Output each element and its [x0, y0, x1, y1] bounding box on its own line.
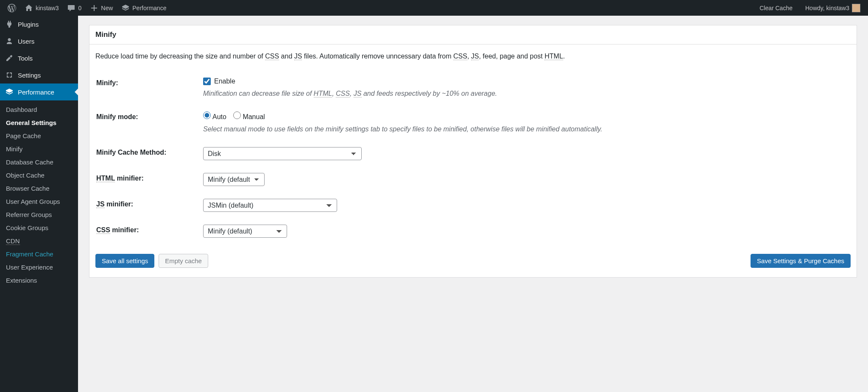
js-minifier-label: JS minifier:: [96, 193, 202, 218]
minify-panel: Minify Reduce load time by decreasing th…: [89, 25, 857, 278]
performance-icon: [5, 88, 14, 96]
mode-desc: Select manual mode to use fields on the …: [203, 124, 850, 134]
panel-title: Minify: [89, 25, 857, 44]
minify-enable-checkbox[interactable]: [203, 78, 211, 85]
plugins-icon: [5, 20, 14, 28]
performance-toolbar-label: Performance: [132, 5, 166, 11]
js-minifier-select[interactable]: JSMin (default): [203, 199, 337, 212]
menu-users[interactable]: Users: [0, 33, 78, 50]
submenu-minify[interactable]: Minify: [0, 142, 78, 156]
mode-manual-radio[interactable]: [233, 111, 241, 119]
account-link[interactable]: Howdy, kinstaw3: [803, 4, 863, 12]
avatar: [852, 4, 860, 12]
submenu-general-settings[interactable]: General Settings: [0, 116, 78, 129]
menu-settings[interactable]: Settings: [0, 67, 78, 83]
minify-label: Minify:: [96, 72, 202, 105]
performance-toolbar-link[interactable]: Performance: [119, 4, 169, 12]
admin-bar: kinstaw3 0 New Performance Clear Cache H…: [0, 0, 868, 16]
cache-method-select[interactable]: Disk: [203, 147, 362, 160]
comments-link[interactable]: 0: [64, 4, 84, 12]
submenu-page-cache[interactable]: Page Cache: [0, 129, 78, 142]
tools-icon: [5, 54, 14, 62]
plus-icon: [90, 4, 98, 12]
submenu-browser-cache[interactable]: Browser Cache: [0, 182, 78, 195]
action-buttons: Save all settings Empty cache Save Setti…: [95, 254, 851, 268]
menu-performance[interactable]: Performance: [0, 83, 78, 100]
submenu-fragment-cache[interactable]: Fragment Cache: [0, 247, 78, 261]
content-area: Minify Reduce load time by decreasing th…: [78, 16, 868, 287]
minify-enable-label[interactable]: Enable: [203, 78, 850, 85]
admin-sidebar: Plugins Users Tools Settings Performance…: [0, 16, 78, 287]
comment-icon: [67, 4, 75, 12]
users-icon: [5, 37, 14, 45]
comments-count: 0: [78, 5, 81, 11]
submenu-object-cache[interactable]: Object Cache: [0, 169, 78, 182]
site-name: kinstaw3: [36, 5, 59, 11]
save-all-button[interactable]: Save all settings: [95, 254, 154, 268]
html-minifier-label: HTML minifier:: [96, 167, 202, 192]
site-name-link[interactable]: kinstaw3: [22, 4, 61, 12]
settings-icon: [5, 71, 14, 79]
new-label: New: [101, 5, 113, 11]
submenu-dashboard[interactable]: Dashboard: [0, 103, 78, 116]
save-purge-button[interactable]: Save Settings & Purge Caches: [751, 254, 851, 268]
wp-logo[interactable]: [5, 4, 19, 12]
submenu-user-experience[interactable]: User Experience: [0, 261, 78, 274]
mode-auto-radio[interactable]: [203, 111, 211, 119]
intro-text: Reduce load time by decreasing the size …: [95, 51, 851, 61]
home-icon: [25, 4, 33, 12]
submenu-user-agent-groups[interactable]: User Agent Groups: [0, 195, 78, 208]
clear-cache-link[interactable]: Clear Cache: [757, 5, 795, 11]
howdy-text: Howdy, kinstaw3: [805, 5, 849, 11]
minify-mode-label: Minify mode:: [96, 106, 202, 140]
performance-submenu: Dashboard General Settings Page Cache Mi…: [0, 100, 78, 287]
menu-tools[interactable]: Tools: [0, 50, 78, 67]
submenu-cookie-groups[interactable]: Cookie Groups: [0, 221, 78, 234]
cache-method-label: Minify Cache Method:: [96, 141, 202, 166]
css-minifier-label: CSS minifier:: [96, 219, 202, 244]
wordpress-icon: [8, 4, 16, 12]
submenu-referrer-groups[interactable]: Referrer Groups: [0, 208, 78, 221]
css-minifier-select[interactable]: Minify (default): [203, 225, 287, 238]
new-link[interactable]: New: [87, 4, 115, 12]
submenu-cdn[interactable]: CDN: [0, 234, 78, 247]
mode-auto-label[interactable]: Auto: [203, 113, 226, 120]
empty-cache-button[interactable]: Empty cache: [159, 254, 208, 268]
menu-plugins[interactable]: Plugins: [0, 16, 78, 33]
performance-toolbar-icon: [121, 4, 130, 12]
html-minifier-select[interactable]: Minify (default): [203, 173, 265, 186]
mode-manual-label[interactable]: Manual: [233, 113, 265, 120]
minify-desc: Minification can decrease file size of H…: [203, 89, 850, 99]
submenu-database-cache[interactable]: Database Cache: [0, 156, 78, 169]
submenu-extensions[interactable]: Extensions: [0, 274, 78, 287]
